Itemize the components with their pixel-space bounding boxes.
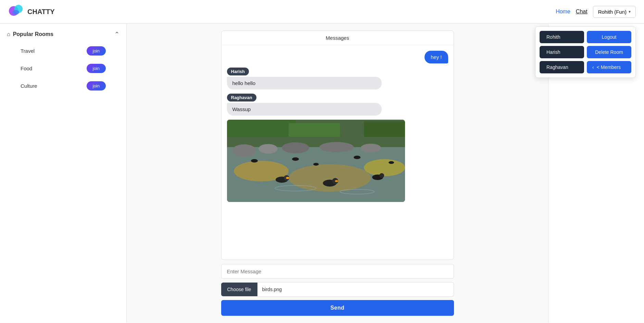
message-bubble-hey: hey ! [425, 51, 448, 63]
svg-point-19 [286, 177, 289, 179]
chevron-down-icon: ▾ [629, 9, 631, 14]
room-item-food: Food join [7, 61, 119, 76]
svg-point-12 [319, 142, 354, 152]
popular-rooms-title: ⌂ Popular Rooms [7, 31, 53, 37]
svg-rect-15 [289, 123, 340, 137]
svg-rect-14 [227, 120, 295, 137]
svg-rect-16 [364, 121, 405, 137]
svg-point-25 [251, 159, 258, 163]
room-name-food: Food [21, 65, 32, 71]
message-harish-hello: Harish hello hello [227, 68, 382, 89]
input-area: Choose file birds.png Send [221, 264, 454, 316]
messages-list: hey ! Harish hello hello Raghavan Wassup [222, 45, 454, 260]
collapse-popular-rooms-button[interactable]: ⌃ [114, 31, 119, 38]
sidebar: ⌂ Popular Rooms ⌃ Travel join Food join … [0, 24, 127, 323]
actions-col: Logout Delete Room ‹ < Members [587, 31, 631, 73]
svg-point-2 [12, 10, 19, 15]
sender-badge-harish: Harish [227, 68, 249, 75]
dropdown-menu: Rohith Harish Raghavan Logout Delete Roo… [535, 26, 636, 78]
svg-point-22 [335, 180, 338, 182]
collapse-icon: ⌃ [114, 31, 119, 38]
logo-area: CHATTY [8, 3, 55, 20]
svg-point-26 [292, 157, 299, 161]
join-food-button[interactable]: join [87, 64, 106, 73]
image-content-birds [227, 120, 405, 202]
svg-point-8 [364, 159, 405, 176]
members-panel-button[interactable]: ‹ < Members [587, 61, 631, 73]
user-dropdown-label: Rohith (Fun) [598, 9, 627, 15]
choose-file-button[interactable]: Choose file [221, 283, 257, 296]
message-own-hey: hey ! [227, 51, 448, 63]
svg-point-28 [389, 161, 394, 164]
sender-badge-raghavan: Raghavan [227, 94, 256, 101]
app-header: CHATTY Home Chat Rohith (Fun) ▾ Rohith H… [0, 0, 644, 24]
message-image-birds [227, 120, 405, 202]
logo-icon [8, 3, 25, 20]
message-bubble-harish: hello hello [227, 77, 382, 89]
app-name: CHATTY [27, 8, 55, 16]
logout-button[interactable]: Logout [587, 31, 631, 43]
message-input[interactable] [221, 264, 454, 279]
svg-point-29 [313, 163, 319, 166]
nav-links: Home Chat [556, 9, 587, 15]
nav-home-link[interactable]: Home [556, 9, 570, 15]
svg-point-10 [258, 144, 278, 154]
popular-rooms-header: ⌂ Popular Rooms ⌃ [7, 31, 119, 38]
svg-point-7 [289, 164, 371, 192]
user-dropdown-button[interactable]: Rohith (Fun) ▾ [593, 6, 636, 18]
messages-title: Messages [222, 31, 454, 45]
member-raghavan-button[interactable]: Raghavan [540, 61, 584, 73]
member-rohith-button[interactable]: Rohith [540, 31, 584, 43]
delete-room-button[interactable]: Delete Room [587, 46, 631, 58]
members-col: Rohith Harish Raghavan [540, 31, 584, 73]
room-item-travel: Travel join [7, 44, 119, 58]
join-culture-button[interactable]: join [87, 81, 106, 91]
send-button[interactable]: Send [221, 300, 454, 316]
room-name-travel: Travel [21, 48, 35, 54]
home-icon: ⌂ [7, 31, 10, 37]
message-raghavan-wassup: Raghavan Wassup [227, 94, 382, 116]
file-row: Choose file birds.png [221, 282, 454, 297]
svg-point-24 [379, 173, 384, 178]
svg-point-27 [354, 156, 361, 159]
room-name-culture: Culture [21, 83, 37, 89]
chat-area: Messages hey ! Harish hello hello [127, 24, 548, 323]
member-harish-button[interactable]: Harish [540, 46, 584, 58]
room-item-culture: Culture join [7, 79, 119, 93]
join-travel-button[interactable]: join [87, 46, 106, 56]
header-right: Home Chat Rohith (Fun) ▾ Rohith Harish R… [556, 6, 636, 18]
messages-panel: Messages hey ! Harish hello hello [221, 31, 454, 260]
svg-point-11 [282, 142, 309, 153]
nav-chat-link[interactable]: Chat [576, 9, 588, 15]
svg-point-9 [232, 144, 256, 157]
message-bubble-raghavan: Wassup [227, 103, 382, 116]
svg-point-13 [361, 144, 381, 153]
file-name-display: birds.png [257, 282, 454, 297]
chevron-left-icon: ‹ [592, 64, 594, 70]
duck-pond-svg [227, 120, 405, 202]
